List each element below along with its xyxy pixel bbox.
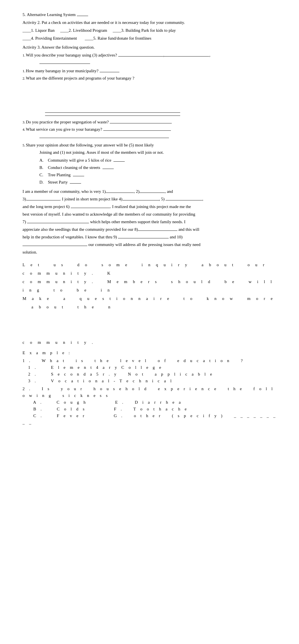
q3-text: What are the different projects and prog…	[26, 75, 134, 82]
option-b: B. Conduct cleaning of the streets	[39, 164, 276, 171]
blank7[interactable]	[27, 219, 89, 223]
example-q1: 1 . W h a t i s t h e l e v e l o f e d …	[23, 357, 276, 364]
q4-num: 3.	[23, 119, 25, 125]
item5-text: Alternative Learning System	[27, 11, 75, 18]
para-comma: ,	[202, 197, 203, 201]
para-best: best version of myself. I also wanted to…	[23, 212, 195, 216]
q6-num: 5.	[23, 143, 25, 148]
blank10[interactable]	[23, 241, 87, 246]
example-label: E x a m p l e :	[23, 349, 276, 356]
option-b-text: Conduct cleaning of the streets	[48, 164, 100, 171]
option-d-blank[interactable]	[70, 179, 81, 184]
sickness-a: A . C o u g h E . D i a r r h e a	[23, 399, 276, 406]
blank3[interactable]	[26, 196, 60, 200]
check3-text: Building Park for kids to play	[126, 27, 176, 34]
q6-subtext: Joining and (1) not joining. Asses if mo…	[39, 150, 164, 155]
q6-text: Share your opinion about the following, …	[26, 142, 154, 148]
q3-space	[23, 82, 276, 110]
q4-text: Do you practice the proper segregation o…	[26, 119, 109, 125]
q6-subtext-row: Joining and (1) not joining. Asses if mo…	[39, 149, 276, 156]
para-and10: and 10)	[169, 235, 182, 239]
check-items-row1: ____1. Liquor Ban ____2. Livelihood Prog…	[23, 27, 276, 34]
q5-row: 4. What service can you give to your bar…	[23, 126, 276, 133]
q2-text: How many barangay in your municipality?	[26, 67, 99, 74]
community-line: c o m m u n i t y .	[23, 338, 276, 347]
option-a: A. Community will give a 5 kilos of rice	[39, 157, 276, 164]
blank8[interactable]	[138, 226, 177, 231]
q5-num: 4.	[23, 127, 25, 133]
paragraph-text: I am a member of our community, who is v…	[23, 189, 106, 194]
q2-blank[interactable]	[100, 68, 119, 72]
q1-num: 1.	[23, 53, 25, 58]
example-opt3: 3 . V o c a t i o n a l - T e c h n i c …	[28, 378, 276, 384]
para-and: , and	[165, 189, 173, 194]
check-items-row2: ____4. Providing Entertainment ____5. Ra…	[23, 35, 276, 42]
q3-row: 2. What are the different projects and p…	[23, 75, 276, 82]
activity2-title: Activity 2. Put a check on activities th…	[23, 19, 276, 26]
example-section: E x a m p l e : 1 . W h a t i s t h e l …	[23, 349, 276, 426]
blank4[interactable]	[122, 196, 159, 200]
q1-blank1[interactable]	[118, 52, 163, 57]
check2-num: ____2.	[60, 27, 72, 34]
option-d-label: D.	[39, 179, 48, 186]
option-a-blank[interactable]	[113, 157, 125, 162]
para-2: , 2)	[134, 189, 139, 194]
check4-text: Providing Entertainment	[35, 35, 77, 42]
item5-number: 5.	[23, 11, 26, 18]
check1-text: Liquor Ban	[35, 27, 55, 34]
q5-blank[interactable]	[103, 126, 171, 131]
blank9[interactable]	[118, 234, 169, 238]
q3-line1[interactable]	[45, 112, 180, 113]
q6-row: 5. Share your opinion about the followin…	[23, 142, 276, 148]
activity3-section: Activity 3. Answer the following questio…	[23, 44, 276, 186]
option-d-text: Street Party	[48, 179, 68, 186]
q5-blank2[interactable]	[39, 134, 169, 138]
q1-row: 1. Will you describe your barangay using…	[23, 52, 276, 58]
option-c-blank[interactable]	[73, 172, 84, 176]
para-joined: . I joined in short term project like 4)	[60, 197, 122, 201]
sickness-b: B . C o l d s F . T o o t h a c h e	[23, 406, 276, 412]
para-solution: solution.	[23, 250, 37, 254]
q1-blank3[interactable]	[39, 59, 90, 64]
q5-text: What service can you give to your barang…	[26, 126, 102, 133]
check5-num: ____5.	[85, 35, 96, 42]
option-a-text: Community will give a 5 kilos of rice	[48, 157, 111, 164]
activity3-title: Activity 3. Answer the following questio…	[23, 44, 276, 51]
option-b-blank[interactable]	[102, 164, 114, 169]
q5-extra-line	[39, 133, 276, 140]
q1-blank2[interactable]	[164, 52, 209, 57]
sickness-c: C . F e v e r G . o t h e r ( s p e c i …	[23, 412, 276, 426]
q1-extra-line	[39, 59, 276, 66]
option-b-label: B.	[39, 164, 48, 171]
blank1[interactable]	[106, 188, 134, 193]
item5-blank[interactable]	[77, 12, 88, 16]
q1-text: Will you describe your barangay using (3…	[26, 52, 117, 58]
check4-num: ____4.	[23, 35, 34, 42]
blank6[interactable]	[71, 204, 110, 208]
check3-num: ____3.	[113, 27, 124, 34]
q4-blank[interactable]	[110, 119, 172, 123]
example-opt1: 1 . E l e m e n t 4 a r y C o l l e g e	[28, 364, 276, 371]
q4-row: 3. Do you practice the proper segregatio…	[23, 119, 276, 125]
activity2-section: Activity 2. Put a check on activities th…	[23, 19, 276, 42]
spaced-line3: M a k e a q u e s t i o n n a i r e t o …	[23, 294, 276, 311]
spaced-line2: c o m m u n i t y . M e m b e r s s h o …	[23, 277, 276, 294]
q3-line2[interactable]	[45, 116, 180, 116]
para-long: and the long term project 6)	[23, 204, 71, 209]
spaced-line1: L e t u s d o s o m e i n q u i r y a b …	[23, 261, 276, 277]
para-community: our community will address all the press…	[87, 242, 200, 247]
para-andwill: and this will	[177, 227, 199, 232]
blank5[interactable]	[166, 196, 202, 200]
spaced-paragraph: L e t u s d o s o m e i n q u i r y a b …	[23, 261, 276, 311]
check5-text: Raise fund/donate for frontlines	[97, 35, 151, 42]
para-appreciate: appreciate also the seedlings that the c…	[23, 227, 138, 232]
check1-num: ____1.	[23, 27, 34, 34]
para-realized: . I realized that joining this project m…	[110, 204, 191, 209]
q2-row: 1. How many barangay in your municipalit…	[23, 67, 276, 74]
blank-space	[23, 311, 276, 334]
blank2[interactable]	[139, 188, 165, 193]
option-d: D. Street Party	[39, 179, 276, 186]
para-5: , 5)	[159, 197, 166, 201]
option-a-label: A.	[39, 157, 48, 164]
item5-row: 5. Alternative Learning System	[23, 11, 276, 18]
